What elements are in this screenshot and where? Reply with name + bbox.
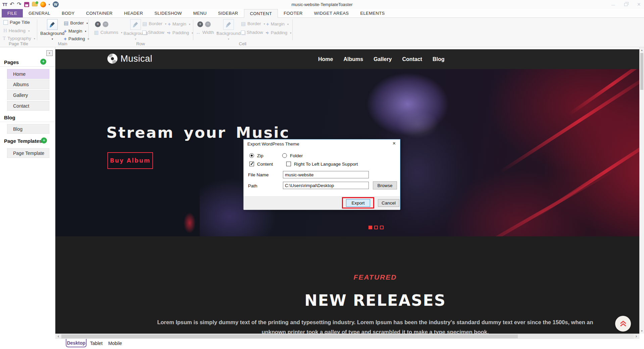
tab-footer[interactable]: FOOTER <box>278 9 308 17</box>
sidebar-item-home[interactable]: Home <box>7 69 49 79</box>
slide-dot-2[interactable] <box>374 226 378 229</box>
group-label-page-title: Page Title <box>0 41 37 46</box>
tab-file[interactable]: FILE <box>2 9 23 17</box>
sidebar-item-contact[interactable]: Contact <box>7 101 49 111</box>
scroll-up-icon[interactable] <box>640 48 644 52</box>
padding-icon <box>266 30 269 36</box>
zip-label: Zip <box>257 153 263 158</box>
row-columns-button[interactable]: Columns <box>94 30 122 35</box>
nav-contact[interactable]: Contact <box>402 56 422 62</box>
minimize-icon[interactable] <box>611 1 615 7</box>
tab-elements[interactable]: ELEMENTS <box>354 9 390 17</box>
cell-remove-icon[interactable] <box>205 21 211 27</box>
cell-margin-button[interactable]: Margin <box>266 21 289 27</box>
cell-padding-button[interactable]: Padding <box>266 30 291 36</box>
tab-content-active[interactable]: CONTENT <box>244 9 278 18</box>
browse-button[interactable]: Browse <box>373 181 397 189</box>
rtl-checkbox[interactable] <box>286 162 291 166</box>
margin-icon <box>266 21 269 27</box>
row-margin-button[interactable]: Margin <box>168 21 190 27</box>
shadow-icon <box>241 31 245 35</box>
zip-radio[interactable] <box>249 153 254 158</box>
scroll-to-top-button[interactable] <box>615 316 631 332</box>
heading-button[interactable]: Heading <box>3 28 30 33</box>
slide-dot-3[interactable] <box>380 226 384 229</box>
tab-sidebar[interactable]: SIDEBAR <box>212 9 244 17</box>
slide-dot-1[interactable] <box>368 226 372 229</box>
cancel-button[interactable]: Cancel <box>378 199 399 207</box>
add-page-icon[interactable] <box>40 59 46 65</box>
scroll-down-icon[interactable] <box>640 329 644 333</box>
content-label: Content <box>257 162 273 167</box>
sidebar-item-page-template[interactable]: Page Template <box>7 148 49 158</box>
border-icon <box>142 21 147 26</box>
export-wordpress-theme-dialog: Export WordPress Theme Zip Folder Conten… <box>243 139 400 210</box>
cell-background-button[interactable]: Background <box>216 19 241 41</box>
path-input[interactable] <box>283 182 369 189</box>
buy-album-button[interactable]: Buy Album <box>107 152 153 169</box>
horizontal-scrollbar[interactable] <box>55 334 639 339</box>
vertical-scrollbar-thumb[interactable] <box>640 53 643 90</box>
row-remove-icon[interactable] <box>103 21 108 27</box>
nav-gallery[interactable]: Gallery <box>374 56 392 62</box>
cell-width-button[interactable]: Width <box>196 30 218 35</box>
slideshow-dots <box>368 226 384 229</box>
site-nav: Home Albums Gallery Contact Blog <box>318 49 445 69</box>
section-title: NEW RELEASES <box>55 291 639 309</box>
page-title-toggle[interactable]: Page Title <box>3 20 30 25</box>
tab-slideshow[interactable]: SLIDESHOW <box>149 9 188 17</box>
export-button[interactable]: Export <box>346 199 370 207</box>
sidebar-item-blog[interactable]: Blog <box>7 124 49 134</box>
site-logo[interactable]: Musical <box>107 53 152 64</box>
ribbon: Page Title Heading Typography Page Title… <box>0 18 644 47</box>
content-checkbox[interactable] <box>249 162 254 166</box>
row-add-icon[interactable] <box>95 21 101 27</box>
horizontal-scrollbar-thumb[interactable] <box>61 335 518 338</box>
sidebar-item-gallery[interactable]: Gallery <box>7 90 49 100</box>
file-name-input[interactable] <box>283 171 369 178</box>
main-border-button[interactable]: Border <box>64 20 88 25</box>
nav-albums[interactable]: Albums <box>343 56 363 62</box>
nav-home[interactable]: Home <box>318 56 333 62</box>
tab-body[interactable]: BODY <box>56 9 80 17</box>
restore-icon[interactable] <box>624 3 628 6</box>
tab-menu[interactable]: MENU <box>188 9 212 17</box>
collapse-panel-button[interactable] <box>46 50 53 56</box>
section-text: Lorem Ipsum is simply dummy text of the … <box>154 317 597 334</box>
scroll-right-icon[interactable] <box>634 334 639 339</box>
typography-button[interactable]: Typography <box>3 36 35 41</box>
tab-header[interactable]: HEADER <box>118 9 149 17</box>
cell-add-icon[interactable] <box>197 21 203 27</box>
padding-icon <box>64 36 67 42</box>
main-margin-button[interactable]: Margin <box>64 28 86 34</box>
shadow-icon <box>142 31 146 35</box>
tab-container[interactable]: CONTAINER <box>80 9 118 17</box>
page-title-checkbox[interactable] <box>3 20 8 25</box>
featured-label: FEATURED <box>55 273 639 281</box>
tab-general[interactable]: GENERAL <box>23 9 56 17</box>
dialog-close-icon[interactable] <box>393 140 396 147</box>
nav-blog[interactable]: Blog <box>433 56 445 62</box>
file-name-label: File Name <box>248 172 269 177</box>
path-label: Path <box>248 183 257 188</box>
add-template-icon[interactable] <box>41 137 47 143</box>
cell-shadow-button[interactable]: Shadow <box>241 30 267 35</box>
row-shadow-button[interactable]: Shadow <box>142 30 168 35</box>
cell-border-button[interactable]: Border <box>241 21 265 26</box>
device-tab-desktop[interactable]: Desktop <box>66 339 87 347</box>
row-border-button[interactable]: Border <box>142 21 166 26</box>
folder-radio[interactable] <box>282 153 287 158</box>
tab-widget-areas[interactable]: WIDGET AREAS <box>308 9 355 17</box>
device-tab-mobile[interactable]: Mobile <box>106 339 124 347</box>
sidebar-item-albums[interactable]: Albums <box>7 79 49 89</box>
row-padding-button[interactable]: Padding <box>168 30 193 36</box>
device-preview-bar: Desktop Tablet Mobile <box>0 339 644 349</box>
main-padding-button[interactable]: Padding <box>64 36 89 42</box>
group-label-main: Main <box>37 41 88 46</box>
vertical-scrollbar[interactable] <box>639 47 644 334</box>
close-icon[interactable] <box>637 1 641 8</box>
scroll-left-icon[interactable] <box>56 334 61 339</box>
device-tab-tablet[interactable]: Tablet <box>88 339 105 347</box>
folder-label: Folder <box>290 153 303 158</box>
main-background-button[interactable]: Background <box>40 19 64 41</box>
